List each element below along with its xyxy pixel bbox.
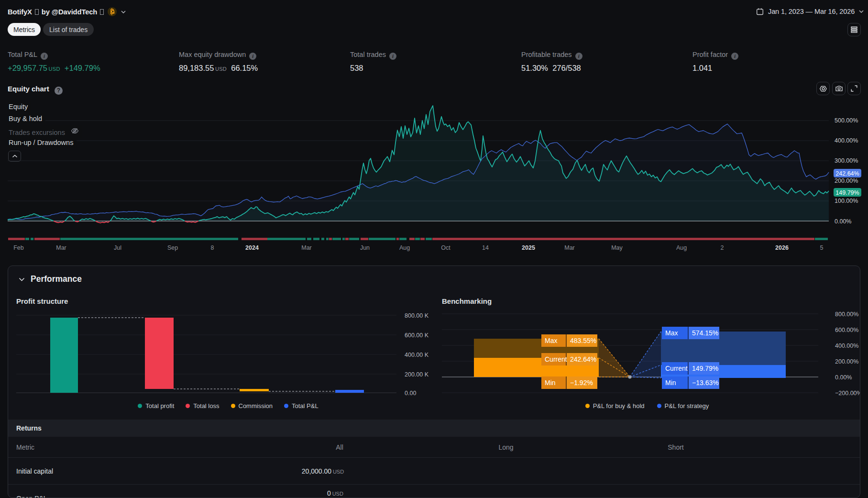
svg-text:200.00%: 200.00% bbox=[835, 358, 858, 365]
svg-text:483.55%: 483.55% bbox=[570, 337, 596, 344]
svg-text:2: 2 bbox=[721, 244, 724, 251]
svg-text:242.64%: 242.64% bbox=[835, 170, 859, 177]
svg-text:2025: 2025 bbox=[522, 244, 535, 251]
svg-text:149.79%: 149.79% bbox=[692, 365, 718, 372]
svg-text:Current: Current bbox=[665, 365, 688, 372]
svg-text:Current: Current bbox=[545, 355, 567, 363]
svg-text:Max: Max bbox=[665, 329, 678, 337]
svg-text:0.00: 0.00 bbox=[405, 390, 416, 397]
svg-text:Min: Min bbox=[665, 379, 676, 387]
svg-text:400.00%: 400.00% bbox=[835, 137, 858, 144]
svg-text:Oct: Oct bbox=[441, 244, 450, 251]
svg-text:Mar: Mar bbox=[301, 244, 312, 251]
svg-text:Mar: Mar bbox=[564, 244, 575, 251]
svg-text:800.00 K: 800.00 K bbox=[405, 312, 429, 319]
svg-text:300.00%: 300.00% bbox=[835, 157, 858, 164]
svg-text:0.00%: 0.00% bbox=[835, 374, 852, 381]
svg-text:Min: Min bbox=[545, 379, 556, 387]
svg-text:500.00%: 500.00% bbox=[835, 117, 858, 124]
svg-text:−13.63%: −13.63% bbox=[692, 379, 719, 387]
svg-text:−200.00%: −200.00% bbox=[835, 390, 860, 397]
svg-text:May: May bbox=[611, 244, 623, 251]
svg-text:2026: 2026 bbox=[775, 244, 789, 251]
svg-text:Sep: Sep bbox=[167, 244, 178, 251]
svg-text:−1.92%: −1.92% bbox=[570, 379, 593, 387]
svg-text:Jun: Jun bbox=[360, 244, 370, 251]
svg-text:149.79%: 149.79% bbox=[835, 189, 859, 196]
svg-text:Mar: Mar bbox=[56, 244, 66, 251]
svg-text:600.00%: 600.00% bbox=[835, 327, 858, 333]
svg-text:2024: 2024 bbox=[245, 244, 259, 251]
svg-text:242.64%: 242.64% bbox=[570, 355, 596, 363]
svg-text:100.00%: 100.00% bbox=[835, 198, 858, 204]
svg-text:Aug: Aug bbox=[676, 244, 687, 251]
svg-text:574.15%: 574.15% bbox=[692, 329, 718, 337]
svg-text:800.00%: 800.00% bbox=[835, 311, 858, 318]
svg-text:400.00 K: 400.00 K bbox=[405, 352, 429, 358]
svg-text:200.00%: 200.00% bbox=[835, 177, 858, 184]
svg-text:5: 5 bbox=[820, 244, 824, 251]
svg-text:8: 8 bbox=[211, 244, 214, 251]
svg-text:0.00%: 0.00% bbox=[835, 218, 851, 225]
svg-text:200.00 K: 200.00 K bbox=[405, 371, 429, 378]
svg-text:Feb: Feb bbox=[13, 244, 24, 251]
svg-text:600.00 K: 600.00 K bbox=[405, 332, 429, 339]
svg-text:Max: Max bbox=[545, 337, 557, 344]
svg-text:400.00%: 400.00% bbox=[835, 343, 858, 349]
svg-text:Jul: Jul bbox=[114, 244, 121, 251]
svg-text:Aug: Aug bbox=[399, 244, 410, 251]
svg-text:14: 14 bbox=[482, 244, 489, 251]
